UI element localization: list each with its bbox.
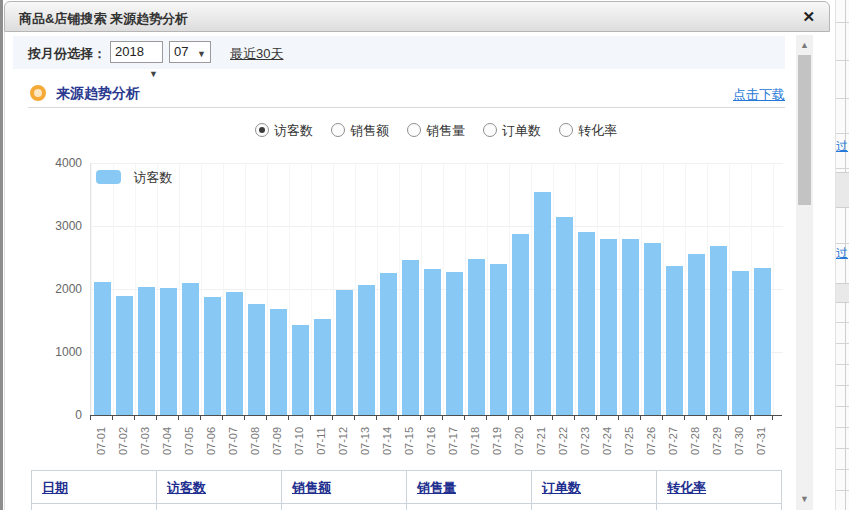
bar-07-19 [490, 264, 507, 415]
x-tick-label: 07-17 [447, 418, 459, 464]
column-header-link[interactable]: 销售量 [417, 480, 456, 495]
x-tick-label: 07-03 [139, 418, 151, 464]
recent-30-days-link[interactable]: 最近30天 [230, 45, 283, 63]
column-header-link[interactable]: 销售额 [292, 480, 331, 495]
bar-07-24 [600, 239, 617, 415]
bar-07-07 [226, 292, 243, 415]
x-tick-label: 07-26 [645, 418, 657, 464]
gridline [267, 163, 268, 415]
tick-mark [618, 416, 619, 420]
gridline [355, 163, 356, 415]
column-header-link[interactable]: 订单数 [542, 480, 581, 495]
gridline [113, 163, 114, 415]
gridline [619, 163, 620, 415]
close-icon[interactable]: ✕ [802, 8, 815, 26]
bar-07-01 [94, 282, 111, 415]
radio-icon [483, 123, 497, 137]
radio-selected-icon [255, 123, 269, 137]
tick-mark [640, 416, 641, 420]
tick-mark [376, 416, 377, 420]
column-header-link[interactable]: 日期 [42, 480, 68, 495]
tick-mark [662, 416, 663, 420]
x-tick-label: 07-31 [755, 418, 767, 464]
x-tick-label: 07-07 [227, 418, 239, 464]
column-header-4: 订单数 [532, 471, 657, 504]
tick-mark [200, 416, 201, 420]
x-axis-labels: 07-0107-0207-0307-0407-0507-0607-0707-08… [90, 421, 782, 467]
month-select-value: 07 [174, 44, 188, 59]
bar-07-08 [248, 304, 265, 415]
bar-07-10 [292, 325, 309, 415]
x-tick-label: 07-24 [601, 418, 613, 464]
metric-radio-1[interactable]: 销售额 [331, 121, 389, 140]
gridline [751, 163, 752, 415]
plot-area [90, 163, 783, 415]
x-tick-label: 07-11 [315, 418, 327, 464]
chart-legend: 访客数 [96, 168, 172, 187]
bar-07-17 [446, 272, 463, 415]
gridline [729, 163, 730, 415]
tick-mark [596, 416, 597, 420]
metric-radio-2[interactable]: 销售量 [407, 121, 465, 140]
tick-mark [398, 416, 399, 420]
x-tick-label: 07-14 [381, 418, 393, 464]
tick-mark [684, 416, 685, 420]
x-tick-label: 07-25 [623, 418, 635, 464]
x-tick-label: 07-18 [469, 418, 481, 464]
screen: 过 过 商品&店铺搜索 来源趋势分析 ✕ 按月份选择： 2018 ▼ 07 ▼ … [0, 0, 849, 510]
scrollbar[interactable]: ▲ ▼ [796, 35, 813, 510]
bar-07-22 [556, 217, 573, 415]
bar-07-23 [578, 232, 595, 415]
gridline [399, 163, 400, 415]
month-select[interactable]: 07 ▼ [169, 41, 211, 63]
scroll-up-icon[interactable]: ▲ [796, 37, 813, 54]
x-tick-label: 07-10 [293, 418, 305, 464]
bar-07-31 [754, 268, 771, 415]
x-tick-label: 07-29 [711, 418, 723, 464]
year-select[interactable]: 2018 ▼ [110, 41, 163, 63]
tick-mark [90, 416, 91, 420]
bar-07-09 [270, 309, 287, 415]
tick-mark [288, 416, 289, 420]
metric-radio-3[interactable]: 订单数 [483, 121, 541, 140]
gridline [685, 163, 686, 415]
x-tick-label: 07-09 [271, 418, 283, 464]
chevron-down-icon: ▼ [149, 64, 158, 84]
bar-07-03 [138, 287, 155, 415]
bar-07-25 [622, 239, 639, 415]
scroll-down-icon[interactable]: ▼ [796, 491, 813, 508]
tick-mark [332, 416, 333, 420]
metric-radio-4[interactable]: 转化率 [559, 121, 617, 140]
column-header-link[interactable]: 访客数 [167, 480, 206, 495]
background-link: 过 [836, 245, 848, 262]
bar-07-28 [688, 254, 705, 415]
x-tick-label: 07-05 [183, 418, 195, 464]
metric-radio-label: 访客数 [274, 123, 313, 138]
gridline [443, 163, 444, 415]
y-tick-label: 4000 [30, 157, 82, 170]
x-tick-label: 07-16 [425, 418, 437, 464]
tick-mark [442, 416, 443, 420]
download-link[interactable]: 点击下载 [733, 86, 785, 104]
gridline [487, 163, 488, 415]
gridline [135, 163, 136, 415]
column-header-link[interactable]: 转化率 [667, 480, 706, 495]
metric-radio-0[interactable]: 访客数 [255, 121, 313, 140]
metric-radio-label: 销售额 [350, 123, 389, 138]
gridline [597, 163, 598, 415]
bar-07-14 [380, 273, 397, 415]
gridline [223, 163, 224, 415]
section-title: 来源趋势分析 [56, 85, 140, 103]
legend-label: 访客数 [133, 170, 172, 185]
bar-07-13 [358, 285, 375, 415]
tick-mark [728, 416, 729, 420]
x-tick-label: 07-30 [733, 418, 745, 464]
tick-mark [706, 416, 707, 420]
x-tick-label: 07-19 [491, 418, 503, 464]
gridline [201, 163, 202, 415]
gridline [91, 226, 783, 227]
background-link: 过 [836, 138, 848, 155]
metric-radio-label: 销售量 [426, 123, 465, 138]
scrollbar-thumb[interactable] [798, 55, 811, 205]
tick-mark [750, 416, 751, 420]
